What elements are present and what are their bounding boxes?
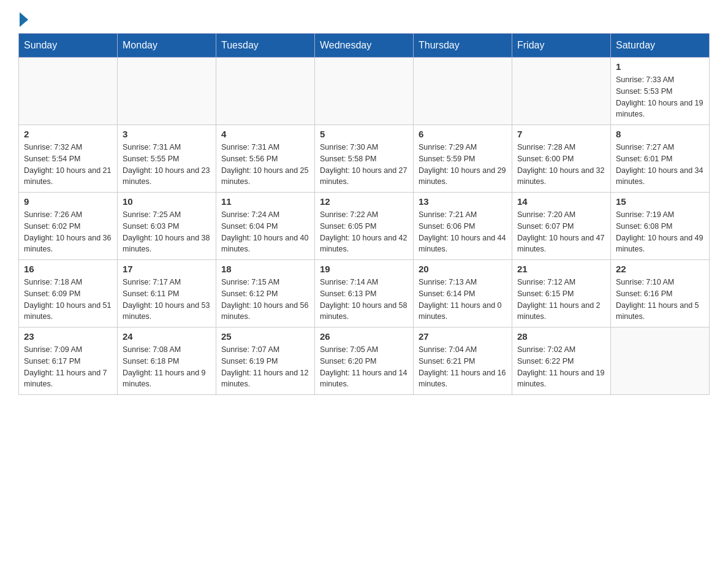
day-number: 17 [123, 264, 211, 274]
calendar-header-sunday: Sunday [19, 34, 118, 58]
day-info: Sunrise: 7:05 AMSunset: 6:20 PMDaylight:… [320, 344, 408, 390]
calendar-week-5: 23Sunrise: 7:09 AMSunset: 6:17 PMDayligh… [19, 327, 710, 395]
calendar-cell [19, 58, 118, 125]
calendar-cell [216, 58, 315, 125]
day-info: Sunrise: 7:22 AMSunset: 6:05 PMDaylight:… [320, 209, 408, 255]
logo [18, 12, 29, 27]
calendar-cell: 4Sunrise: 7:31 AMSunset: 5:56 PMDaylight… [216, 125, 315, 193]
day-number: 13 [419, 196, 507, 207]
calendar-cell: 8Sunrise: 7:27 AMSunset: 6:01 PMDaylight… [611, 125, 710, 193]
day-number: 4 [221, 129, 309, 139]
day-info: Sunrise: 7:24 AMSunset: 6:04 PMDaylight:… [221, 209, 309, 255]
day-info: Sunrise: 7:33 AMSunset: 5:53 PMDaylight:… [616, 74, 704, 120]
day-number: 27 [419, 331, 507, 342]
calendar-header-tuesday: Tuesday [216, 34, 315, 58]
calendar-cell: 26Sunrise: 7:05 AMSunset: 6:20 PMDayligh… [315, 327, 414, 395]
day-number: 15 [616, 196, 704, 207]
calendar-cell: 25Sunrise: 7:07 AMSunset: 6:19 PMDayligh… [216, 327, 315, 395]
day-number: 10 [123, 196, 211, 207]
day-info: Sunrise: 7:08 AMSunset: 6:18 PMDaylight:… [123, 344, 211, 390]
day-number: 14 [517, 196, 605, 207]
day-info: Sunrise: 7:07 AMSunset: 6:19 PMDaylight:… [221, 344, 309, 390]
day-number: 1 [616, 61, 704, 72]
day-number: 9 [24, 196, 112, 207]
day-info: Sunrise: 7:12 AMSunset: 6:15 PMDaylight:… [517, 277, 605, 323]
calendar-header-monday: Monday [118, 34, 216, 58]
calendar-week-4: 16Sunrise: 7:18 AMSunset: 6:09 PMDayligh… [19, 260, 710, 327]
calendar-week-2: 2Sunrise: 7:32 AMSunset: 5:54 PMDaylight… [19, 125, 710, 193]
day-number: 23 [24, 331, 112, 342]
calendar-cell [118, 58, 216, 125]
day-number: 22 [616, 264, 704, 274]
calendar-cell: 20Sunrise: 7:13 AMSunset: 6:14 PMDayligh… [414, 260, 512, 327]
day-number: 7 [517, 129, 605, 139]
day-info: Sunrise: 7:31 AMSunset: 5:55 PMDaylight:… [123, 142, 211, 188]
calendar-cell [414, 58, 512, 125]
calendar-cell: 1Sunrise: 7:33 AMSunset: 5:53 PMDaylight… [611, 58, 710, 125]
day-number: 20 [419, 264, 507, 274]
calendar-cell: 27Sunrise: 7:04 AMSunset: 6:21 PMDayligh… [414, 327, 512, 395]
calendar-cell: 10Sunrise: 7:25 AMSunset: 6:03 PMDayligh… [118, 193, 216, 260]
day-number: 16 [24, 264, 112, 274]
calendar-week-3: 9Sunrise: 7:26 AMSunset: 6:02 PMDaylight… [19, 193, 710, 260]
calendar-table: SundayMondayTuesdayWednesdayThursdayFrid… [18, 33, 710, 395]
logo-arrow-icon [20, 12, 28, 27]
day-number: 25 [221, 331, 309, 342]
calendar-cell: 11Sunrise: 7:24 AMSunset: 6:04 PMDayligh… [216, 193, 315, 260]
day-number: 8 [616, 129, 704, 139]
day-info: Sunrise: 7:25 AMSunset: 6:03 PMDaylight:… [123, 209, 211, 255]
calendar-cell: 17Sunrise: 7:17 AMSunset: 6:11 PMDayligh… [118, 260, 216, 327]
calendar-cell [315, 58, 414, 125]
page-header [18, 12, 710, 27]
day-info: Sunrise: 7:26 AMSunset: 6:02 PMDaylight:… [24, 209, 112, 255]
day-number: 19 [320, 264, 408, 274]
calendar-cell: 19Sunrise: 7:14 AMSunset: 6:13 PMDayligh… [315, 260, 414, 327]
day-number: 18 [221, 264, 309, 274]
day-info: Sunrise: 7:29 AMSunset: 5:59 PMDaylight:… [419, 142, 507, 188]
day-info: Sunrise: 7:14 AMSunset: 6:13 PMDaylight:… [320, 277, 408, 323]
calendar-header-row: SundayMondayTuesdayWednesdayThursdayFrid… [19, 34, 710, 58]
calendar-cell: 23Sunrise: 7:09 AMSunset: 6:17 PMDayligh… [19, 327, 118, 395]
day-info: Sunrise: 7:17 AMSunset: 6:11 PMDaylight:… [123, 277, 211, 323]
calendar-cell: 22Sunrise: 7:10 AMSunset: 6:16 PMDayligh… [611, 260, 710, 327]
calendar-header-saturday: Saturday [611, 34, 710, 58]
calendar-cell [512, 58, 611, 125]
day-info: Sunrise: 7:21 AMSunset: 6:06 PMDaylight:… [419, 209, 507, 255]
calendar-cell: 7Sunrise: 7:28 AMSunset: 6:00 PMDaylight… [512, 125, 611, 193]
day-number: 6 [419, 129, 507, 139]
day-info: Sunrise: 7:15 AMSunset: 6:12 PMDaylight:… [221, 277, 309, 323]
calendar-cell: 18Sunrise: 7:15 AMSunset: 6:12 PMDayligh… [216, 260, 315, 327]
day-number: 28 [517, 331, 605, 342]
calendar-cell: 12Sunrise: 7:22 AMSunset: 6:05 PMDayligh… [315, 193, 414, 260]
day-number: 26 [320, 331, 408, 342]
day-info: Sunrise: 7:31 AMSunset: 5:56 PMDaylight:… [221, 142, 309, 188]
day-info: Sunrise: 7:32 AMSunset: 5:54 PMDaylight:… [24, 142, 112, 188]
calendar-header-thursday: Thursday [414, 34, 512, 58]
calendar-cell: 15Sunrise: 7:19 AMSunset: 6:08 PMDayligh… [611, 193, 710, 260]
day-number: 12 [320, 196, 408, 207]
calendar-cell: 3Sunrise: 7:31 AMSunset: 5:55 PMDaylight… [118, 125, 216, 193]
calendar-cell: 24Sunrise: 7:08 AMSunset: 6:18 PMDayligh… [118, 327, 216, 395]
day-info: Sunrise: 7:30 AMSunset: 5:58 PMDaylight:… [320, 142, 408, 188]
day-info: Sunrise: 7:10 AMSunset: 6:16 PMDaylight:… [616, 277, 704, 323]
calendar-cell: 13Sunrise: 7:21 AMSunset: 6:06 PMDayligh… [414, 193, 512, 260]
day-info: Sunrise: 7:13 AMSunset: 6:14 PMDaylight:… [419, 277, 507, 323]
calendar-cell: 16Sunrise: 7:18 AMSunset: 6:09 PMDayligh… [19, 260, 118, 327]
day-info: Sunrise: 7:19 AMSunset: 6:08 PMDaylight:… [616, 209, 704, 255]
day-info: Sunrise: 7:18 AMSunset: 6:09 PMDaylight:… [24, 277, 112, 323]
day-info: Sunrise: 7:27 AMSunset: 6:01 PMDaylight:… [616, 142, 704, 188]
day-number: 11 [221, 196, 309, 207]
calendar-cell: 6Sunrise: 7:29 AMSunset: 5:59 PMDaylight… [414, 125, 512, 193]
day-number: 3 [123, 129, 211, 139]
calendar-cell: 5Sunrise: 7:30 AMSunset: 5:58 PMDaylight… [315, 125, 414, 193]
day-info: Sunrise: 7:20 AMSunset: 6:07 PMDaylight:… [517, 209, 605, 255]
calendar-cell: 2Sunrise: 7:32 AMSunset: 5:54 PMDaylight… [19, 125, 118, 193]
day-number: 21 [517, 264, 605, 274]
calendar-cell: 21Sunrise: 7:12 AMSunset: 6:15 PMDayligh… [512, 260, 611, 327]
calendar-cell: 9Sunrise: 7:26 AMSunset: 6:02 PMDaylight… [19, 193, 118, 260]
day-info: Sunrise: 7:04 AMSunset: 6:21 PMDaylight:… [419, 344, 507, 390]
calendar-week-1: 1Sunrise: 7:33 AMSunset: 5:53 PMDaylight… [19, 58, 710, 125]
day-info: Sunrise: 7:02 AMSunset: 6:22 PMDaylight:… [517, 344, 605, 390]
day-info: Sunrise: 7:28 AMSunset: 6:00 PMDaylight:… [517, 142, 605, 188]
calendar-header-friday: Friday [512, 34, 611, 58]
